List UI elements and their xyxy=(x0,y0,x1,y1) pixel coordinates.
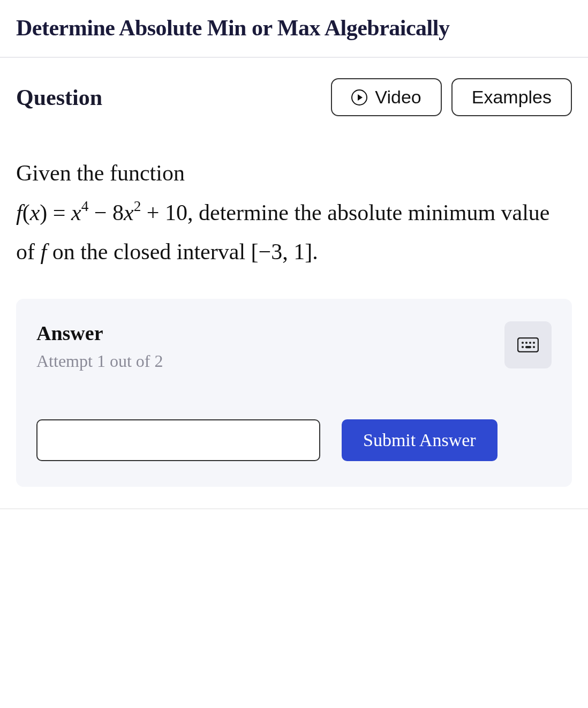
page-title: Determine Absolute Min or Max Algebraica… xyxy=(16,15,572,41)
svg-rect-0 xyxy=(518,338,538,352)
problem-post1: on the closed interval xyxy=(47,239,251,264)
attempt-text: Attempt 1 out of 2 xyxy=(36,351,163,371)
problem-pre: Given the function xyxy=(16,161,185,185)
question-label: Question xyxy=(16,85,102,110)
answer-label: Answer xyxy=(36,321,163,345)
keyboard-icon xyxy=(517,337,539,352)
svg-point-3 xyxy=(529,341,531,343)
svg-point-5 xyxy=(522,345,524,348)
svg-point-7 xyxy=(533,345,535,348)
answer-input[interactable] xyxy=(36,419,320,461)
math-expression: f(x) = x4 − 8x2 + 10 xyxy=(16,200,187,225)
examples-button[interactable]: Examples xyxy=(451,78,572,116)
problem-text: Given the function f(x) = x4 − 8x2 + 10,… xyxy=(16,154,572,272)
video-button-label: Video xyxy=(375,87,421,108)
question-header: Question Video Examples xyxy=(16,78,572,116)
f-symbol: f xyxy=(41,239,47,264)
submit-button[interactable]: Submit Answer xyxy=(342,419,497,461)
answer-card: Answer Attempt 1 out of 2 xyxy=(16,299,572,487)
title-bar: Determine Absolute Min or Max Algebraica… xyxy=(0,0,588,58)
answer-titles: Answer Attempt 1 out of 2 xyxy=(36,321,163,371)
page: Determine Absolute Min or Max Algebraica… xyxy=(0,0,588,708)
answer-input-row: Submit Answer xyxy=(36,419,552,461)
svg-point-4 xyxy=(533,341,535,343)
content: Question Video Examples Given the functi… xyxy=(0,58,588,509)
svg-point-2 xyxy=(525,341,527,343)
problem-post2: . xyxy=(312,239,318,264)
video-button[interactable]: Video xyxy=(331,78,441,116)
svg-point-1 xyxy=(522,341,524,343)
question-buttons: Video Examples xyxy=(331,78,572,116)
svg-rect-6 xyxy=(525,346,531,348)
answer-header: Answer Attempt 1 out of 2 xyxy=(36,321,552,371)
play-circle-icon xyxy=(351,89,367,106)
interval: [−3, 1] xyxy=(251,239,313,264)
keyboard-button[interactable] xyxy=(504,321,552,368)
examples-button-label: Examples xyxy=(472,87,552,108)
